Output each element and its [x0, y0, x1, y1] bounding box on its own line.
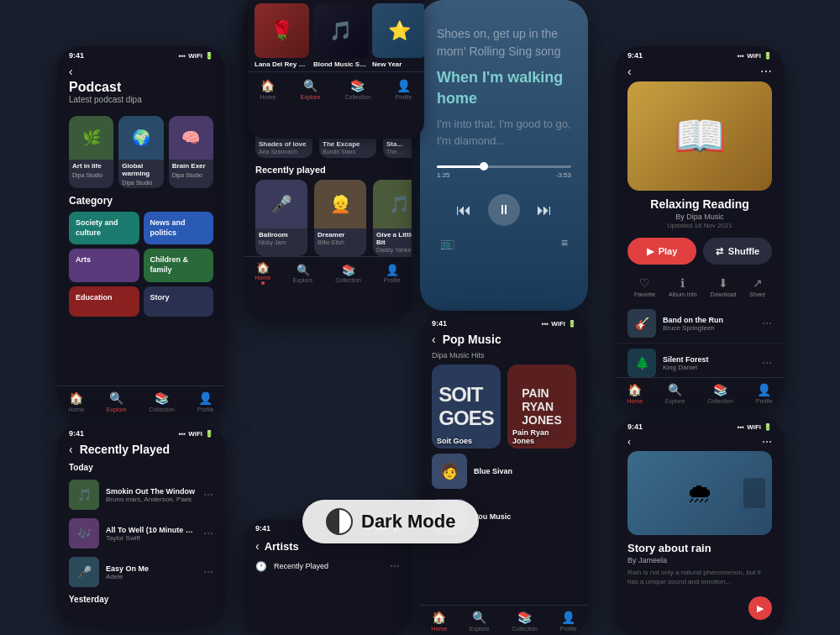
- cat-arts[interactable]: Arts: [69, 249, 139, 281]
- nav-home-1[interactable]: 🏠Home: [68, 391, 84, 412]
- progress-bar[interactable]: [437, 165, 571, 168]
- album-nav-profile[interactable]: 👤Profile: [395, 79, 412, 100]
- album-item-0[interactable]: 🌹 Lana Del Rey Honeymoon: [255, 3, 309, 68]
- album-nav-collection[interactable]: 📚Collection: [345, 79, 371, 100]
- track-item-2[interactable]: 🎤 Easy On Me Adele ⋯: [57, 553, 225, 591]
- prev-button[interactable]: ⏮: [456, 202, 471, 219]
- pt-more-1[interactable]: ⋯: [762, 357, 772, 369]
- nav-collection-1[interactable]: 📚Collection: [149, 391, 175, 412]
- more-button-7[interactable]: ⋯: [760, 65, 772, 78]
- album-nav-explore[interactable]: 🔍Explore: [301, 79, 321, 100]
- track-thumb-2: 🎤: [69, 557, 99, 587]
- back-button-4[interactable]: ‹: [255, 539, 260, 553]
- nav-profile-6[interactable]: 👤Profile: [560, 611, 577, 632]
- track-more-2[interactable]: ⋯: [203, 566, 213, 578]
- time-total: -3:53: [556, 171, 571, 179]
- category-title: Category: [57, 188, 225, 212]
- phone-podcast: 9:41 ▪▪▪WiFi🔋 ‹ Podcast Latest podcast d…: [57, 46, 225, 416]
- album-item-2[interactable]: ⭐ New Year: [372, 3, 424, 68]
- action-download[interactable]: ⬇ Download: [710, 276, 736, 297]
- phone-pop-music: 9:41 ▪▪▪WiFi🔋 ‹ Pop Music Dipa Music Hit…: [420, 314, 588, 635]
- album-cover-0: 🌹: [255, 3, 309, 58]
- back-button-7[interactable]: ‹: [627, 65, 632, 78]
- recently-card-2[interactable]: 🎵 Give a Little Bit Daddy Yankee: [373, 180, 412, 256]
- podcast-card-0[interactable]: 🌿 Art in life Dipa Studio: [69, 116, 113, 188]
- album-nav-home[interactable]: 🏠Home: [260, 79, 276, 100]
- playback-controls: ⏮ ⏸ ⏭: [420, 187, 588, 233]
- cat-news[interactable]: News and politics: [144, 212, 214, 244]
- track-thumb-1: 🎶: [69, 518, 99, 548]
- track-more-0[interactable]: ⋯: [203, 489, 213, 501]
- nav-collection-6[interactable]: 📚Collection: [512, 611, 538, 632]
- play-button-7[interactable]: ▶ Play: [627, 238, 696, 265]
- play-icon-7: ▶: [647, 246, 654, 257]
- recently-card-1[interactable]: 👱 Dreamer Billie Eilsh: [314, 180, 366, 256]
- next-button[interactable]: ⏭: [537, 202, 552, 219]
- more-icon-4[interactable]: ⋯: [390, 560, 400, 572]
- music-card-1[interactable]: PAINRYANJONES Pain Ryan Jones: [507, 365, 576, 449]
- nav-profile-7[interactable]: 👤Profile: [756, 383, 773, 404]
- back-button-6[interactable]: ‹: [432, 333, 436, 346]
- podcast-img-2: 🧠: [169, 116, 213, 160]
- podcast-grid: 🌿 Art in life Dipa Studio 🌍 Global warmi…: [57, 116, 225, 188]
- album-cover-2: ⭐: [372, 3, 424, 58]
- nav-explore-7[interactable]: 🔍Explore: [665, 383, 685, 404]
- song-by-7: By Dipa Music: [616, 213, 784, 221]
- back-button-1[interactable]: ‹: [69, 65, 213, 78]
- nav2-explore[interactable]: 🔍Explore: [293, 264, 313, 283]
- bottom-nav-7: 🏠Home 🔍Explore 📚Collection 👤Profile: [616, 377, 784, 407]
- cat-education[interactable]: Education: [69, 286, 139, 317]
- nav-home-6[interactable]: 🏠Home: [431, 611, 447, 632]
- bottom-nav-3: 🏠Home 🔍Explore 📚Collection 👤Profile: [244, 256, 412, 287]
- nav-profile-1[interactable]: 👤Profile: [197, 391, 214, 412]
- pt-thumb-0: 🎸: [627, 309, 656, 338]
- back-button-8[interactable]: ‹: [627, 436, 631, 448]
- nav-home-7[interactable]: 🏠Home: [627, 383, 643, 404]
- screen-icon[interactable]: 📺: [440, 236, 454, 249]
- queue-icon[interactable]: ≡: [561, 236, 568, 249]
- album-art-reading: 📖: [627, 81, 772, 191]
- shuffle-button-7[interactable]: ⇄ Shuffle: [703, 238, 772, 265]
- action-album-info[interactable]: ℹ Album Info: [669, 276, 696, 297]
- action-favorite[interactable]: ♡ Favorite: [634, 276, 655, 297]
- lyric-line-2: When I'm walking home: [437, 67, 571, 109]
- track-info-2: Easy On Me Adele: [106, 564, 197, 580]
- progress-area: 1:25 -3:53: [420, 157, 588, 187]
- nav-explore-1[interactable]: 🔍Explore: [107, 391, 127, 412]
- recently-played-row[interactable]: 🕐 Recently Played ⋯: [244, 556, 412, 576]
- track-item-1[interactable]: 🎶 All To Well (10 Minute Version) Taylor…: [57, 514, 225, 553]
- nav2-profile[interactable]: 👤Profile: [384, 264, 401, 283]
- playlist-track-0[interactable]: 🎸 Band on the Run Bruce Springteen ⋯: [616, 304, 784, 344]
- album-item-1[interactable]: 🎵 Blond Music Special: [313, 3, 368, 68]
- hits-label: Dipa Music Hits: [420, 349, 588, 365]
- nav2-collection[interactable]: 📚Collection: [335, 264, 361, 283]
- nav-explore-6[interactable]: 🔍Explore: [470, 611, 490, 632]
- pop-music-title: Pop Music: [443, 333, 501, 346]
- story-topbar: ‹ ⋯: [616, 433, 784, 451]
- track-item-0[interactable]: 🎵 Smokin Out The Window Bruno mars, Ande…: [57, 475, 225, 514]
- track-more-1[interactable]: ⋯: [203, 527, 213, 539]
- nav2-home[interactable]: 🏠Home: [255, 261, 270, 285]
- dark-mode-icon: [326, 508, 353, 535]
- category-grid: Society and culture News and politics Ar…: [57, 212, 225, 317]
- podcast-card-1[interactable]: 🌍 Global warming Dipa Studio: [118, 116, 163, 188]
- podcast-img-1: 🌍: [118, 116, 163, 160]
- cat-story[interactable]: Story: [144, 286, 214, 317]
- artist-row-0[interactable]: 🧑 Blue Sivan: [420, 449, 588, 494]
- more-button-8[interactable]: ⋯: [762, 436, 772, 448]
- back-button-2[interactable]: ‹: [69, 443, 73, 456]
- podcast-card-2[interactable]: 🧠 Brain Exer Dipa Studio: [169, 116, 213, 188]
- music-card-0[interactable]: SOITGOES Soit Goes: [432, 365, 501, 449]
- cat-society[interactable]: Society and culture: [69, 212, 139, 244]
- track-thumb-0: 🎵: [69, 480, 99, 510]
- nav-collection-7[interactable]: 📚Collection: [707, 383, 733, 404]
- stacked-card: [743, 478, 765, 508]
- story-play-button[interactable]: ▶: [748, 596, 772, 620]
- podcast-name-1: Global warming: [118, 160, 163, 180]
- cat-children[interactable]: Children & family: [144, 249, 214, 281]
- pause-button[interactable]: ⏸: [488, 194, 520, 226]
- recently-card-0[interactable]: 🎤 Ballroom Nicky Jam: [255, 180, 307, 256]
- pt-more-0[interactable]: ⋯: [762, 318, 772, 329]
- action-share[interactable]: ↗ Share: [749, 276, 765, 297]
- album-scroll: 🌹 Lana Del Rey Honeymoon 🎵 Blond Music S…: [248, 0, 424, 71]
